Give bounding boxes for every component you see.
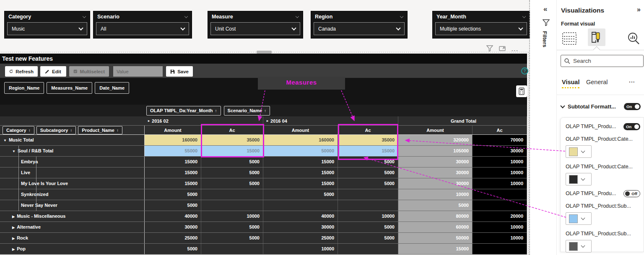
value-column-header[interactable]: Amount — [145, 126, 201, 134]
visual-drag-handle[interactable] — [257, 51, 272, 54]
color-picker-dropdown[interactable] — [566, 212, 592, 225]
expand-pane-icon[interactable]: « — [543, 5, 547, 13]
help-icon[interactable]: ? — [521, 67, 528, 75]
row-label[interactable]: ▼Music Total — [0, 135, 145, 145]
color-swatch — [569, 175, 578, 184]
value-cell: 15000 — [145, 178, 201, 189]
chevron-down-icon[interactable] — [522, 15, 526, 18]
filter-icon[interactable] — [486, 45, 493, 53]
column-group-header[interactable]: ▸2016 04 — [263, 116, 398, 125]
slicer-dropdown[interactable]: Canada — [314, 22, 405, 35]
value-cell — [201, 244, 263, 254]
row-expand-icon[interactable]: ▶ — [12, 215, 15, 219]
more-options-icon[interactable]: ... — [629, 77, 635, 84]
chevron-down-icon[interactable] — [400, 15, 403, 18]
field-chip[interactable]: Date_Name — [95, 82, 129, 94]
field-chip[interactable]: Region_Name — [4, 82, 44, 94]
filter-icon — [543, 19, 550, 28]
matrix-row: ▶Alternative3000050003000050006000010000 — [0, 222, 527, 233]
value-cell: 30000 — [398, 167, 473, 178]
value-cell: 10000 — [473, 157, 527, 167]
row-label[interactable]: ▶Rock — [0, 233, 145, 243]
chevron-down-icon[interactable] — [296, 15, 299, 18]
format-item-toggle[interactable]: On — [623, 123, 640, 130]
refresh-button[interactable]: Refresh — [5, 66, 38, 77]
save-button[interactable]: Save — [166, 66, 193, 77]
row-expand-icon[interactable]: ▶ — [12, 247, 15, 251]
value-cell: 160000 — [263, 135, 338, 145]
value-cell: 320000 — [398, 135, 473, 145]
row-field-chip[interactable]: Category↑ — [3, 126, 34, 134]
collapse-pane-icon[interactable]: » — [637, 6, 641, 13]
tab-general[interactable]: General — [586, 79, 608, 85]
matrix-row: My Love Is Your Love15000500015000500030… — [0, 178, 527, 189]
save-icon — [170, 69, 175, 74]
row-label[interactable]: ▶Music - Miscellaneous — [0, 211, 145, 222]
value-input[interactable] — [113, 66, 163, 77]
chevron-down-icon[interactable] — [83, 15, 86, 18]
section-toggle[interactable]: On — [624, 103, 641, 110]
value-column-header[interactable]: Amount — [398, 126, 473, 134]
slicer-dropdown[interactable]: All — [96, 22, 189, 35]
color-picker-dropdown[interactable] — [566, 145, 592, 158]
more-options-icon[interactable]: ... — [512, 46, 519, 52]
checkbox-icon — [73, 69, 78, 74]
row-expand-icon[interactable]: ▼ — [3, 139, 7, 142]
column-field-chip[interactable]: Scenario_Name↑ — [224, 106, 270, 116]
row-expand-icon[interactable]: ▼ — [12, 149, 16, 153]
visual-header-icons: ... — [486, 45, 519, 53]
row-field-chip[interactable]: Subcategory↑ — [36, 126, 76, 134]
chevron-down-icon — [560, 103, 565, 108]
value-cell: 5000 — [201, 167, 263, 178]
multiselect-button[interactable]: Multiselect — [69, 66, 109, 77]
value-cell — [473, 244, 527, 254]
column-group-header[interactable]: ▸2016 02 — [145, 116, 263, 125]
value-column-header[interactable]: Amount — [263, 126, 338, 134]
value-cell: 5000 — [338, 178, 398, 189]
row-label[interactable]: ▶Alternative — [0, 222, 145, 232]
row-label[interactable]: ▶Pop — [0, 244, 145, 254]
color-picker-dropdown[interactable] — [566, 240, 592, 252]
format-visual-tab[interactable] — [588, 28, 605, 46]
format-item-toggle[interactable]: Off — [623, 190, 640, 197]
column-group-header[interactable]: Grand Total — [398, 116, 527, 125]
focus-mode-icon[interactable] — [499, 46, 506, 53]
format-item-label: OLAP TMPL_Product:Cate... — [566, 136, 640, 144]
edit-button[interactable]: Edit — [40, 66, 66, 77]
row-label[interactable]: ▼Soul / R&B Total — [0, 146, 145, 156]
value-cell: 5000 — [145, 189, 201, 200]
search-input[interactable] — [573, 58, 632, 64]
slicer-dropdown[interactable]: Unit Cost — [210, 22, 300, 35]
tab-visual[interactable]: Visual — [562, 79, 579, 85]
column-group-label: Grand Total — [451, 118, 476, 124]
value-cell: 15000 — [398, 244, 473, 254]
subtotal-formatting-section[interactable]: Subtotal Formatt... On — [561, 103, 641, 110]
analytics-icon[interactable] — [626, 32, 641, 47]
sort-ascending-icon: ↑ — [117, 128, 119, 133]
slicer-dropdown[interactable]: Music — [7, 22, 87, 35]
value-column-header[interactable]: Ac — [473, 126, 527, 134]
value-cell — [201, 200, 263, 211]
format-item-label: OLAP TMPL_Product:Sub... — [566, 231, 640, 238]
slicer-dropdown[interactable]: Multiple selections — [435, 22, 527, 35]
chevron-down-icon — [396, 26, 400, 30]
search-box[interactable] — [561, 55, 644, 67]
format-toggle-row: OLAP TMPL_Produ... On — [566, 123, 640, 130]
row-expand-icon[interactable]: ▶ — [12, 226, 15, 229]
filters-pane-label[interactable]: Filters — [542, 31, 548, 47]
value-cell: 5000 — [338, 157, 398, 167]
calculator-button[interactable] — [516, 85, 527, 97]
value-column-header[interactable]: Ac — [338, 126, 398, 134]
sort-ascending-icon: ↑ — [264, 108, 266, 113]
field-chip[interactable]: Measures_Name — [47, 82, 92, 94]
row-expand-icon[interactable]: ▶ — [12, 237, 15, 240]
row-field-chip[interactable]: Product_Name↑ — [78, 126, 122, 134]
slicer-title: Measure — [212, 14, 233, 20]
build-visual-icon[interactable] — [562, 32, 577, 47]
column-field-chip[interactable]: OLAP TMPL_Da:Year_Month↑ — [146, 106, 221, 116]
chevron-down-icon[interactable] — [184, 15, 188, 18]
value-cell: 30000 — [473, 146, 527, 156]
value-cell: 10000 — [201, 211, 263, 222]
value-column-header[interactable]: Ac — [201, 126, 263, 134]
color-picker-dropdown[interactable] — [566, 173, 592, 185]
